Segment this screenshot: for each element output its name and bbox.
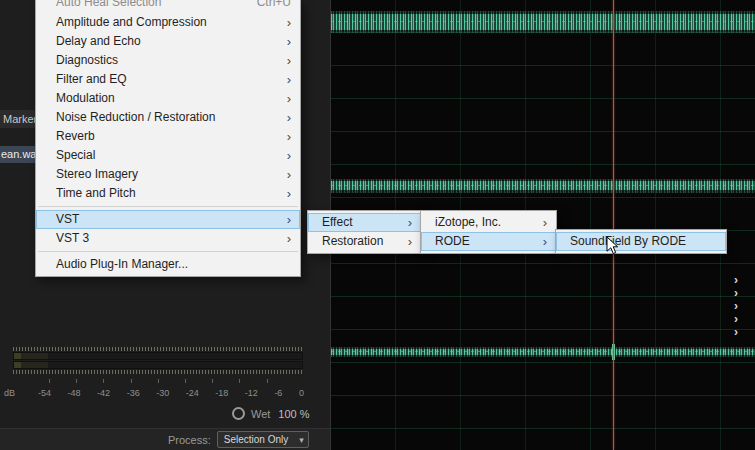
menu-item-rode[interactable]: RODE ›	[421, 232, 556, 251]
waveform-track3	[331, 349, 755, 355]
rode-submenu: SoundField By RODE	[555, 229, 727, 254]
wet-knob-icon[interactable]	[232, 407, 245, 420]
scale-tick-label: -54	[38, 388, 51, 398]
menu-item-label: Reverb	[56, 127, 95, 146]
menu-item-label: Audio Plug-In Manager...	[56, 255, 188, 274]
scale-tick-label: -48	[68, 388, 81, 398]
selected-file-item[interactable]: ean.wav	[0, 146, 36, 163]
scale-tick-label: -36	[127, 388, 140, 398]
menu-item-delay-and-echo[interactable]: Delay and Echo ›	[36, 32, 300, 51]
submenu-arrow-icon: ›	[287, 210, 291, 229]
waveform-track1	[331, 14, 755, 30]
meter-scale-numbers: -54 -48 -42 -36 -30 -24 -18 -12 -6 0	[38, 388, 304, 398]
level-meter-left	[13, 352, 303, 360]
waveform-track2	[331, 181, 755, 190]
menu-item-label: Amplitude and Compression	[56, 13, 207, 32]
scale-tick-label: -42	[97, 388, 110, 398]
menu-item-label: VST	[56, 210, 79, 229]
menu-item-label: VST 3	[56, 229, 89, 248]
selected-file-label: ean.wav	[1, 148, 36, 160]
menu-item-vst3[interactable]: VST 3 ›	[36, 229, 300, 248]
menu-item-label: Noise Reduction / Restoration	[56, 108, 215, 127]
menu-item-reverb[interactable]: Reverb ›	[36, 127, 300, 146]
menu-item-label: Special	[56, 146, 95, 165]
menu-item-label: Diagnostics	[56, 51, 118, 70]
playhead[interactable]	[613, 0, 614, 450]
menu-item-soundfield-by-rode[interactable]: SoundField By RODE	[556, 232, 726, 251]
meter-ticks-bottom	[13, 370, 303, 374]
meter-scale-ticks	[49, 379, 294, 383]
menu-item-vst[interactable]: VST ›	[36, 210, 300, 229]
menu-item-time-and-pitch[interactable]: Time and Pitch ›	[36, 184, 300, 203]
menu-item-label: Restoration	[322, 232, 383, 251]
wet-value: 100 %	[278, 408, 309, 420]
submenu-arrow-icon: ›	[287, 51, 291, 70]
dropdown-value: Selection Only	[224, 434, 299, 445]
menu-item-stereo-imagery[interactable]: Stereo Imagery ›	[36, 165, 300, 184]
submenu-arrow-icon: ›	[287, 89, 291, 108]
menu-separator	[38, 206, 298, 207]
menu-item-label: RODE	[435, 232, 470, 251]
scale-tick-label: -24	[186, 388, 199, 398]
menu-item-label: Auto Heal Selection	[56, 0, 161, 12]
menu-item-label: Stereo Imagery	[56, 165, 138, 184]
effect-submenu: iZotope, Inc. › RODE ›	[420, 210, 557, 254]
meter-scale: dB -54 -48 -42 -36 -30 -24 -18 -12 -6 0	[4, 388, 304, 398]
menu-item-auto-heal-selection[interactable]: Auto Heal Selection Ctrl+U	[36, 0, 300, 13]
menu-item-diagnostics[interactable]: Diagnostics ›	[36, 51, 300, 70]
submenu-arrow-icon: ›	[408, 213, 412, 232]
level-meter-right	[13, 361, 303, 369]
menu-item-label: SoundField By RODE	[570, 232, 686, 251]
submenu-arrow-icon: ›	[287, 108, 291, 127]
submenu-arrow-icon: ›	[287, 70, 291, 89]
menu-item-izotope[interactable]: iZotope, Inc. ›	[421, 213, 556, 232]
submenu-arrow-icon: ›	[287, 165, 291, 184]
submenu-arrow-icon: ›	[408, 232, 412, 251]
panel-expand-chevrons[interactable]: › › › › ›	[734, 274, 738, 339]
menu-item-label: Time and Pitch	[56, 184, 136, 203]
process-mode-dropdown[interactable]: Selection Only ▾	[217, 431, 309, 448]
scale-tick-label: -30	[156, 388, 169, 398]
vst-submenu: Effect › Restoration ›	[307, 210, 422, 254]
menu-item-noise-reduction-restoration[interactable]: Noise Reduction / Restoration ›	[36, 108, 300, 127]
menu-item-label: iZotope, Inc.	[435, 213, 501, 232]
menu-item-effect[interactable]: Effect ›	[308, 213, 421, 232]
submenu-arrow-icon: ›	[287, 229, 291, 248]
menu-item-special[interactable]: Special ›	[36, 146, 300, 165]
submenu-arrow-icon: ›	[287, 146, 291, 165]
menu-item-amplitude-and-compression[interactable]: Amplitude and Compression ›	[36, 13, 300, 32]
submenu-arrow-icon: ›	[287, 184, 291, 203]
scale-tick-label: 0	[299, 388, 304, 398]
menu-item-shortcut: Ctrl+U	[257, 0, 291, 12]
wet-control: Wet 100 %	[232, 407, 310, 420]
meter-ticks-top	[13, 347, 303, 351]
chevron-right-icon[interactable]: ›	[734, 326, 738, 339]
menu-item-restoration[interactable]: Restoration ›	[308, 232, 421, 251]
menu-item-filter-and-eq[interactable]: Filter and EQ ›	[36, 70, 300, 89]
process-label: Process:	[168, 434, 211, 446]
submenu-arrow-icon: ›	[287, 32, 291, 51]
menu-item-label: Effect	[322, 213, 352, 232]
menu-item-audio-plugin-manager[interactable]: Audio Plug-In Manager...	[36, 255, 300, 274]
menu-item-modulation[interactable]: Modulation ›	[36, 89, 300, 108]
submenu-arrow-icon: ›	[287, 127, 291, 146]
audition-app: › › › › › Markers ean.wav dB -54 -48 -42…	[0, 0, 755, 450]
db-unit-label: dB	[4, 388, 38, 398]
submenu-arrow-icon: ›	[543, 232, 547, 251]
dropdown-caret-icon: ▾	[299, 435, 304, 445]
submenu-arrow-icon: ›	[287, 13, 291, 32]
wet-label: Wet	[251, 408, 270, 420]
scale-tick-label: -12	[245, 388, 258, 398]
scale-tick-label: -18	[215, 388, 228, 398]
menu-item-label: Filter and EQ	[56, 70, 127, 89]
effects-menu: Auto Heal Selection Ctrl+U Amplitude and…	[35, 0, 301, 277]
submenu-arrow-icon: ›	[543, 213, 547, 232]
menu-separator	[38, 251, 298, 252]
process-bar: Process: Selection Only ▾	[168, 431, 309, 448]
scale-tick-label: -6	[274, 388, 282, 398]
menu-item-label: Modulation	[56, 89, 115, 108]
menu-item-label: Delay and Echo	[56, 32, 141, 51]
